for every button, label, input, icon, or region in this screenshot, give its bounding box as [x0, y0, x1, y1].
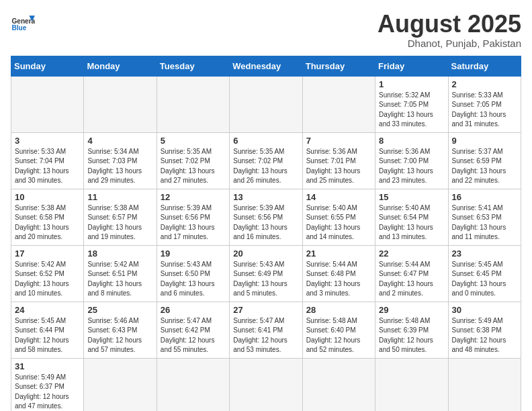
day-info: Sunrise: 5:48 AMSunset: 6:39 PMDaylight:…	[379, 316, 444, 355]
calendar-cell	[84, 358, 157, 411]
weekday-header-row: SundayMondayTuesdayWednesdayThursdayFrid…	[11, 56, 521, 76]
day-number: 19	[161, 248, 226, 259]
day-number: 14	[306, 192, 371, 202]
calendar-cell	[302, 358, 375, 411]
calendar-cell	[375, 358, 448, 411]
calendar-cell: 3Sunrise: 5:33 AMSunset: 7:04 PMDaylight…	[11, 132, 84, 189]
day-info: Sunrise: 5:40 AMSunset: 6:55 PMDaylight:…	[306, 203, 371, 242]
weekday-header-sunday: Sunday	[11, 56, 84, 76]
calendar-cell: 15Sunrise: 5:40 AMSunset: 6:54 PMDayligh…	[375, 189, 448, 245]
day-number: 8	[379, 136, 444, 146]
day-number: 25	[87, 305, 152, 315]
day-info: Sunrise: 5:35 AMSunset: 7:02 PMDaylight:…	[161, 147, 226, 186]
calendar-cell: 27Sunrise: 5:47 AMSunset: 6:41 PMDayligh…	[230, 302, 302, 358]
calendar-cell: 24Sunrise: 5:45 AMSunset: 6:44 PMDayligh…	[11, 302, 84, 358]
day-number: 24	[15, 305, 80, 315]
day-info: Sunrise: 5:47 AMSunset: 6:41 PMDaylight:…	[233, 316, 298, 355]
calendar-subtitle: Dhanot, Punjab, Pakistan	[378, 38, 521, 49]
calendar-cell	[448, 358, 521, 411]
day-number: 5	[161, 136, 226, 146]
day-number: 2	[452, 79, 517, 89]
day-info: Sunrise: 5:43 AMSunset: 6:49 PMDaylight:…	[233, 260, 298, 299]
calendar-cell: 17Sunrise: 5:42 AMSunset: 6:52 PMDayligh…	[11, 245, 84, 302]
calendar-cell	[157, 358, 229, 411]
weekday-header-tuesday: Tuesday	[157, 56, 229, 76]
calendar-cell: 10Sunrise: 5:38 AMSunset: 6:58 PMDayligh…	[11, 189, 84, 245]
day-info: Sunrise: 5:38 AMSunset: 6:58 PMDaylight:…	[15, 203, 80, 242]
day-number: 6	[233, 136, 298, 146]
header: General Blue August 2025 Dhanot, Punjab,…	[11, 11, 521, 49]
week-row-3: 10Sunrise: 5:38 AMSunset: 6:58 PMDayligh…	[11, 189, 521, 245]
calendar-cell: 23Sunrise: 5:45 AMSunset: 6:45 PMDayligh…	[448, 245, 521, 302]
day-number: 23	[452, 248, 517, 259]
day-number: 29	[379, 305, 444, 315]
calendar-cell: 2Sunrise: 5:33 AMSunset: 7:05 PMDaylight…	[448, 76, 521, 132]
calendar-cell: 22Sunrise: 5:44 AMSunset: 6:47 PMDayligh…	[375, 245, 448, 302]
calendar-cell: 4Sunrise: 5:34 AMSunset: 7:03 PMDaylight…	[84, 132, 157, 189]
calendar-cell: 26Sunrise: 5:47 AMSunset: 6:42 PMDayligh…	[157, 302, 229, 358]
calendar-cell: 31Sunrise: 5:49 AMSunset: 6:37 PMDayligh…	[11, 358, 84, 411]
day-number: 12	[161, 192, 226, 202]
logo: General Blue	[11, 11, 35, 35]
day-number: 27	[233, 305, 298, 315]
weekday-header-monday: Monday	[84, 56, 157, 76]
day-info: Sunrise: 5:45 AMSunset: 6:45 PMDaylight:…	[452, 260, 517, 299]
week-row-6: 31Sunrise: 5:49 AMSunset: 6:37 PMDayligh…	[11, 358, 521, 411]
day-number: 9	[452, 136, 517, 146]
day-info: Sunrise: 5:42 AMSunset: 6:51 PMDaylight:…	[87, 260, 152, 299]
calendar-cell: 8Sunrise: 5:36 AMSunset: 7:00 PMDaylight…	[375, 132, 448, 189]
calendar-cell: 11Sunrise: 5:38 AMSunset: 6:57 PMDayligh…	[84, 189, 157, 245]
week-row-4: 17Sunrise: 5:42 AMSunset: 6:52 PMDayligh…	[11, 245, 521, 302]
day-number: 20	[233, 248, 298, 259]
day-number: 26	[161, 305, 226, 315]
day-number: 11	[87, 192, 152, 202]
day-number: 1	[379, 79, 444, 89]
day-info: Sunrise: 5:43 AMSunset: 6:50 PMDaylight:…	[161, 260, 226, 299]
day-number: 10	[15, 192, 80, 202]
weekday-header-saturday: Saturday	[448, 56, 521, 76]
weekday-header-wednesday: Wednesday	[230, 56, 302, 76]
day-info: Sunrise: 5:44 AMSunset: 6:47 PMDaylight:…	[379, 260, 444, 299]
day-info: Sunrise: 5:49 AMSunset: 6:38 PMDaylight:…	[452, 316, 517, 355]
calendar-cell: 25Sunrise: 5:46 AMSunset: 6:43 PMDayligh…	[84, 302, 157, 358]
calendar-cell: 16Sunrise: 5:41 AMSunset: 6:53 PMDayligh…	[448, 189, 521, 245]
calendar-table: SundayMondayTuesdayWednesdayThursdayFrid…	[11, 56, 521, 411]
day-number: 18	[87, 248, 152, 259]
calendar-cell: 1Sunrise: 5:32 AMSunset: 7:05 PMDaylight…	[375, 76, 448, 132]
day-info: Sunrise: 5:44 AMSunset: 6:48 PMDaylight:…	[306, 260, 371, 299]
calendar-cell: 13Sunrise: 5:39 AMSunset: 6:56 PMDayligh…	[230, 189, 302, 245]
day-info: Sunrise: 5:41 AMSunset: 6:53 PMDaylight:…	[452, 203, 517, 242]
calendar-cell: 12Sunrise: 5:39 AMSunset: 6:56 PMDayligh…	[157, 189, 229, 245]
calendar-cell: 29Sunrise: 5:48 AMSunset: 6:39 PMDayligh…	[375, 302, 448, 358]
calendar-cell	[11, 76, 84, 132]
calendar-cell: 21Sunrise: 5:44 AMSunset: 6:48 PMDayligh…	[302, 245, 375, 302]
calendar-cell: 30Sunrise: 5:49 AMSunset: 6:38 PMDayligh…	[448, 302, 521, 358]
day-info: Sunrise: 5:40 AMSunset: 6:54 PMDaylight:…	[379, 203, 444, 242]
calendar-cell: 19Sunrise: 5:43 AMSunset: 6:50 PMDayligh…	[157, 245, 229, 302]
weekday-header-friday: Friday	[375, 56, 448, 76]
calendar-cell: 5Sunrise: 5:35 AMSunset: 7:02 PMDaylight…	[157, 132, 229, 189]
calendar-cell: 9Sunrise: 5:37 AMSunset: 6:59 PMDaylight…	[448, 132, 521, 189]
day-info: Sunrise: 5:47 AMSunset: 6:42 PMDaylight:…	[161, 316, 226, 355]
svg-text:Blue: Blue	[11, 24, 26, 32]
day-number: 16	[452, 192, 517, 202]
week-row-5: 24Sunrise: 5:45 AMSunset: 6:44 PMDayligh…	[11, 302, 521, 358]
day-info: Sunrise: 5:38 AMSunset: 6:57 PMDaylight:…	[87, 203, 152, 242]
day-info: Sunrise: 5:46 AMSunset: 6:43 PMDaylight:…	[87, 316, 152, 355]
week-row-1: 1Sunrise: 5:32 AMSunset: 7:05 PMDaylight…	[11, 76, 521, 132]
day-info: Sunrise: 5:34 AMSunset: 7:03 PMDaylight:…	[87, 147, 152, 186]
calendar-cell: 7Sunrise: 5:36 AMSunset: 7:01 PMDaylight…	[302, 132, 375, 189]
calendar-cell: 6Sunrise: 5:35 AMSunset: 7:02 PMDaylight…	[230, 132, 302, 189]
day-number: 31	[15, 361, 80, 371]
day-info: Sunrise: 5:39 AMSunset: 6:56 PMDaylight:…	[233, 203, 298, 242]
day-number: 15	[379, 192, 444, 202]
calendar-cell	[84, 76, 157, 132]
day-info: Sunrise: 5:33 AMSunset: 7:04 PMDaylight:…	[15, 147, 80, 186]
calendar-title: August 2025	[378, 11, 521, 38]
day-info: Sunrise: 5:37 AMSunset: 6:59 PMDaylight:…	[452, 147, 517, 186]
day-info: Sunrise: 5:49 AMSunset: 6:37 PMDaylight:…	[15, 373, 80, 411]
day-info: Sunrise: 5:33 AMSunset: 7:05 PMDaylight:…	[452, 91, 517, 130]
logo-icon: General Blue	[11, 11, 35, 35]
day-number: 21	[306, 248, 371, 259]
day-number: 13	[233, 192, 298, 202]
